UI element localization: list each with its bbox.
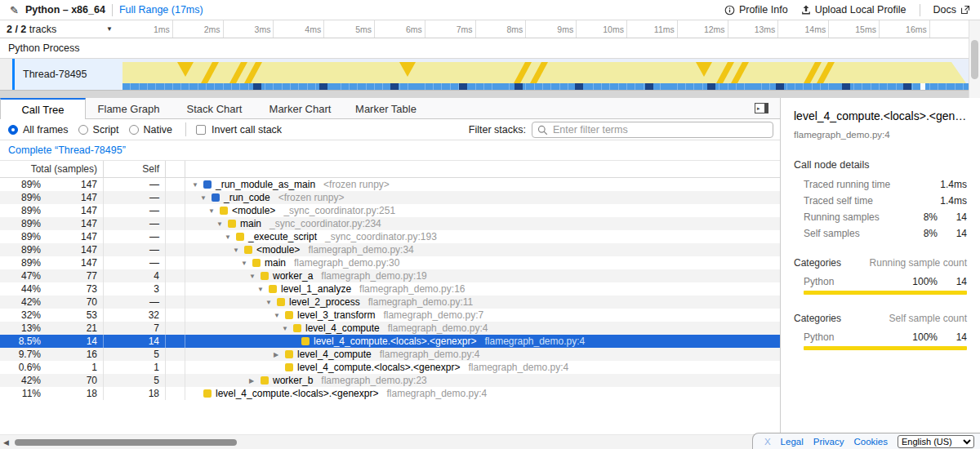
table-row[interactable]: 89%147—▼mainflamegraph_demo.py:30	[0, 256, 780, 269]
footer-cookies-link[interactable]: Cookies	[853, 437, 888, 447]
radio-native[interactable]: Native	[129, 124, 172, 136]
function-name: level_3_transform	[297, 309, 375, 321]
timeline-vertical-scrollbar[interactable]	[969, 20, 980, 98]
table-row[interactable]: 89%147—▼_run_code<frozen runpy>	[0, 191, 780, 204]
call-node-cell[interactable]: ▼level_4_computeflamegraph_demo.py:4	[185, 322, 780, 336]
collapse-icon[interactable]: ▼	[216, 218, 228, 231]
invert-call-stack-checkbox[interactable]: Invert call stack	[196, 124, 282, 136]
spacer-cell	[166, 217, 185, 230]
collapse-icon[interactable]: ▼	[233, 244, 244, 257]
table-row[interactable]: 32%5332▼level_3_transformflamegraph_demo…	[0, 309, 780, 322]
full-range-button[interactable]: Full Range (17ms)	[119, 4, 203, 16]
tab-flame-graph[interactable]: Flame Graph	[86, 98, 172, 118]
collapse-icon[interactable]: ▼	[265, 296, 277, 309]
collapse-icon[interactable]: ▼	[274, 309, 285, 322]
self-samples-cell: —	[104, 191, 166, 204]
samples-strip[interactable]	[122, 83, 969, 90]
profile-info-button[interactable]: Profile Info	[724, 4, 788, 16]
table-row[interactable]: 89%147—▼main_sync_coordinator.py:234	[0, 217, 780, 230]
thread-activity-graph[interactable]	[122, 59, 969, 90]
table-row[interactable]: 89%147—▼<module>flamegraph_demo.py:34	[0, 243, 780, 256]
call-node-cell[interactable]: ▼mainflamegraph_demo.py:30	[185, 256, 780, 270]
footer-legal-link[interactable]: Legal	[781, 437, 804, 447]
upload-profile-button[interactable]: Upload Local Profile	[801, 4, 906, 16]
call-node-cell[interactable]: ▼main_sync_coordinator.py:234	[185, 217, 780, 231]
table-row[interactable]: 11%1818level_4_compute.<locals>.<genexpr…	[0, 387, 780, 400]
table-row[interactable]: 9.7%165▶level_4_computeflamegraph_demo.p…	[0, 348, 780, 361]
column-self[interactable]: Self	[104, 161, 166, 177]
radio-icon[interactable]	[78, 125, 88, 135]
filter-stacks-input[interactable]	[532, 122, 773, 138]
call-node-cell[interactable]: ▼level_1_analyzeflamegraph_demo.py:16	[185, 282, 780, 296]
language-select[interactable]: English (US)	[898, 435, 974, 448]
table-row[interactable]: 0.6%11level_4_compute.<locals>.<genexpr>…	[0, 361, 780, 374]
tracks-dropdown[interactable]: 2 / 2 tracks ▼	[0, 20, 122, 38]
call-node-cell[interactable]: ▼_run_module_as_main<frozen runpy>	[185, 178, 780, 192]
table-row[interactable]: 89%147—▼_execute_script_sync_coordinator…	[0, 230, 780, 243]
call-node-cell[interactable]: level_4_compute.<locals>.<genexpr>flameg…	[185, 335, 780, 348]
detail-row: Running samples8%14	[794, 211, 967, 223]
process-track-header[interactable]: Python Process	[0, 38, 980, 59]
table-row[interactable]: 13%217▼level_4_computeflamegraph_demo.py…	[0, 322, 780, 335]
spacer-cell	[166, 204, 185, 217]
footer-x-link[interactable]: X	[764, 437, 771, 447]
tab-marker-chart[interactable]: Marker Chart	[257, 98, 343, 118]
time-tick: 9ms	[526, 20, 577, 38]
call-node-cell[interactable]: ▶worker_bflamegraph_demo.py:23	[185, 374, 780, 388]
expand-icon[interactable]: ▶	[274, 349, 285, 362]
collapse-icon[interactable]: ▼	[249, 270, 261, 283]
collapse-icon[interactable]: ▼	[192, 179, 203, 192]
collapse-icon[interactable]: ▼	[225, 231, 236, 244]
call-node-cell[interactable]: level_4_compute.<locals>.<genexpr>flameg…	[185, 361, 780, 374]
self-samples-cell: —	[104, 204, 166, 217]
radio-script[interactable]: Script	[78, 124, 119, 136]
expand-icon[interactable]: ▶	[249, 375, 261, 388]
detail-label: Self samples	[804, 228, 903, 239]
radio-all-frames[interactable]: All frames	[8, 124, 69, 136]
call-node-cell[interactable]: ▼level_2_processflamegraph_demo.py:11	[185, 296, 780, 309]
footer-privacy-link[interactable]: Privacy	[813, 437, 844, 447]
thread-track[interactable]: Thread-78495	[0, 59, 980, 90]
table-row[interactable]: 42%705▶worker_bflamegraph_demo.py:23	[0, 374, 780, 387]
file-location: <frozen runpy>	[323, 179, 390, 190]
function-name: _run_code	[224, 192, 270, 203]
collapse-icon[interactable]: ▼	[200, 192, 212, 205]
table-row[interactable]: 89%147—▼_run_module_as_main<frozen runpy…	[0, 178, 780, 191]
radio-icon[interactable]	[8, 125, 18, 135]
horizontal-scrollbar-thumb[interactable]	[15, 439, 237, 446]
call-node-cell[interactable]: ▼<module>flamegraph_demo.py:34	[185, 243, 780, 257]
collapse-icon[interactable]: ▼	[257, 283, 269, 296]
time-ruler[interactable]: 1ms2ms3ms4ms5ms6ms7ms8ms9ms10ms11ms12ms1…	[122, 20, 969, 38]
call-node-cell[interactable]: ▼_execute_script_sync_coordinator.py:193	[185, 230, 780, 244]
scrollbar-thumb[interactable]	[971, 40, 978, 79]
call-node-cell[interactable]: ▼<module>_sync_coordinator.py:251	[185, 204, 780, 218]
self-samples-cell: —	[104, 217, 166, 230]
call-node-cell[interactable]: level_4_compute.<locals>.<genexpr>flameg…	[185, 387, 780, 400]
tab-stack-chart[interactable]: Stack Chart	[172, 98, 257, 118]
edit-pencil-icon[interactable]: ✎	[10, 5, 19, 16]
call-node-cell[interactable]: ▶level_4_computeflamegraph_demo.py:4	[185, 348, 780, 362]
sidebar-toggle-button[interactable]: ▸	[755, 103, 768, 113]
table-row[interactable]: 44%733▼level_1_analyzeflamegraph_demo.py…	[0, 282, 780, 296]
docs-button[interactable]: Docs	[933, 4, 970, 16]
collapse-icon[interactable]: ▼	[208, 205, 220, 218]
scroll-left-icon[interactable]: ◀	[3, 438, 9, 447]
column-total-samples[interactable]: Total (samples)	[0, 161, 104, 177]
table-row[interactable]: 47%774▼worker_aflamegraph_demo.py:19	[0, 269, 780, 282]
tab-marker-table[interactable]: Marker Table	[343, 98, 429, 118]
radio-icon[interactable]	[129, 125, 139, 135]
call-node-cell[interactable]: ▼worker_aflamegraph_demo.py:19	[185, 269, 780, 283]
tab-call-tree[interactable]: Call Tree	[0, 98, 86, 119]
table-row[interactable]: 8.5%1414level_4_compute.<locals>.<genexp…	[0, 335, 780, 348]
thread-track-label[interactable]: Thread-78495	[15, 59, 122, 90]
collapse-icon[interactable]: ▼	[282, 322, 293, 336]
collapse-icon[interactable]: ▼	[241, 257, 252, 270]
calltree-toolbar: All framesScriptNative Invert call stack…	[0, 119, 780, 140]
checkbox-icon[interactable]	[196, 125, 206, 135]
table-row[interactable]: 89%147—▼<module>_sync_coordinator.py:251	[0, 204, 780, 217]
call-node-cell[interactable]: ▼_run_code<frozen runpy>	[185, 191, 780, 205]
breadcrumb-root-link[interactable]: Complete “Thread-78495”	[8, 144, 126, 156]
horizontal-splitter[interactable]	[0, 90, 980, 98]
table-row[interactable]: 42%70—▼level_2_processflamegraph_demo.py…	[0, 296, 780, 309]
call-node-cell[interactable]: ▼level_3_transformflamegraph_demo.py:7	[185, 309, 780, 322]
